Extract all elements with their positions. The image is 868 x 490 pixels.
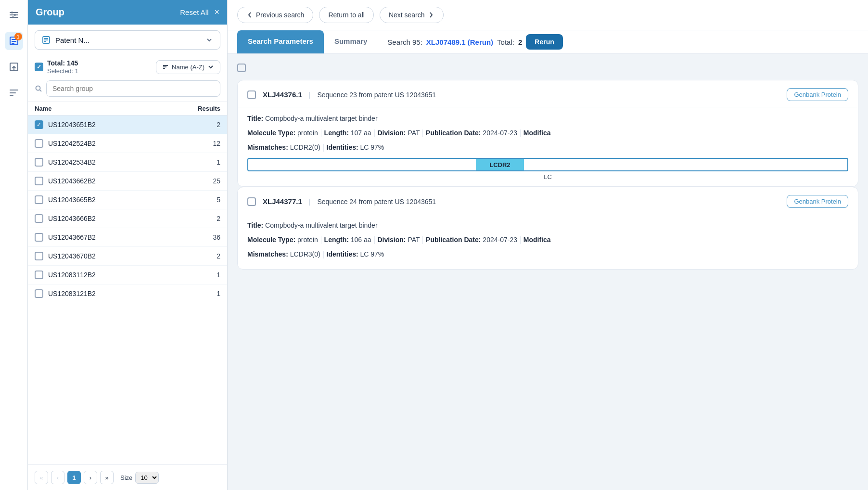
group-title: Group [36, 7, 64, 18]
rerun-button[interactable]: Rerun [526, 34, 562, 50]
search-group-input[interactable] [46, 80, 220, 97]
row-name: US12043662B2 [48, 177, 191, 185]
table-row[interactable]: US12043667B2 36 [28, 228, 227, 247]
row-checkbox[interactable] [35, 233, 43, 242]
reset-all-button[interactable]: Reset All [180, 8, 208, 16]
select-all-row [237, 62, 858, 74]
row-results: 1 [196, 271, 220, 279]
card-match-meta: Mismatches: LCDR3(0) Identities: LC 97% [247, 249, 848, 260]
card-title-meta: Title: Compbody-a multivalent target bin… [247, 220, 848, 232]
sort-icon-btn[interactable] [5, 84, 23, 102]
divider [323, 251, 324, 258]
results-area: XLJ44376.1 | Sequence 23 from patent US … [228, 54, 868, 490]
result-checkbox[interactable] [247, 197, 256, 206]
table-row[interactable]: US12043665B2 5 [28, 191, 227, 209]
group-header: Group Reset All × [28, 0, 227, 25]
row-results: 1 [196, 290, 220, 297]
search-group-wrap [28, 78, 227, 102]
divider [520, 236, 521, 244]
next-search-button[interactable]: Next search [380, 7, 444, 23]
table-row[interactable]: US12043662B2 25 [28, 172, 227, 191]
table-row[interactable]: US12042524B2 12 [28, 134, 227, 153]
row-name: US12043670B2 [48, 252, 191, 260]
next-page-button[interactable]: › [84, 471, 97, 484]
main-content: Previous search Return to all Next searc… [228, 0, 868, 490]
svg-point-22 [36, 86, 40, 90]
size-select[interactable]: 10 25 50 [135, 472, 159, 484]
upload-icon-btn[interactable] [5, 58, 23, 76]
last-page-button[interactable]: » [100, 471, 114, 484]
filter-icon-btn[interactable] [5, 6, 23, 24]
patent-dropdown[interactable]: Patent N... [35, 30, 220, 50]
prev-page-button[interactable]: ‹ [51, 471, 64, 484]
table-row[interactable]: US12043670B2 2 [28, 247, 227, 266]
close-panel-button[interactable]: × [214, 7, 219, 17]
row-checkbox[interactable] [35, 158, 43, 167]
col-results-header: Results [187, 105, 220, 112]
card-header: XLJ44376.1 | Sequence 23 from patent US … [238, 80, 858, 107]
row-checkbox[interactable] [35, 120, 43, 129]
card-separator: | [309, 198, 311, 206]
row-checkbox[interactable] [35, 271, 43, 279]
tab-search-parameters[interactable]: Search Parameters [237, 30, 324, 53]
group-table: Name Results US12043651B2 2 US12042524B2… [28, 102, 227, 464]
result-checkbox[interactable] [247, 90, 256, 99]
prev-search-button[interactable]: Previous search [237, 7, 313, 23]
chevron-left-icon [246, 12, 253, 18]
card-id: XLJ44377.1 [263, 197, 302, 206]
result-cards-container: XLJ44376.1 | Sequence 23 from patent US … [237, 80, 858, 270]
row-results: 12 [196, 140, 220, 147]
current-page-button[interactable]: 1 [67, 471, 81, 484]
tab-summary[interactable]: Summary [324, 30, 378, 53]
total-label: Total: [497, 38, 514, 46]
table-row[interactable]: US12083121B2 1 [28, 284, 227, 303]
row-checkbox[interactable] [35, 252, 43, 260]
divider [520, 129, 521, 137]
divider [374, 129, 375, 137]
select-all-checkbox[interactable] [35, 63, 43, 71]
card-body: Title: Compbody-a multivalent target bin… [238, 214, 858, 269]
search-info: Search 95: XLJ07489.1 (Rerun) Total: 2 R… [378, 34, 858, 50]
sort-button[interactable]: Name (A-Z) [156, 60, 220, 74]
row-results: 25 [196, 177, 220, 185]
table-row[interactable]: US12043651B2 2 [28, 116, 227, 134]
genbank-badge[interactable]: Genbank Protein [787, 195, 848, 208]
card-body: Title: Compbody-a multivalent target bin… [238, 107, 858, 186]
divider [323, 144, 324, 152]
chevron-right-icon [428, 12, 434, 18]
tabs-bar: Search Parameters Summary Search 95: XLJ… [228, 30, 868, 54]
card-match-meta: Mismatches: LCDR2(0) Identities: LC 97% [247, 142, 848, 154]
row-name: US12042524B2 [48, 140, 191, 147]
card-sequence: Sequence 24 from patent US 12043651 [317, 198, 780, 206]
top-nav: Previous search Return to all Next searc… [228, 0, 868, 30]
card-separator: | [309, 91, 311, 99]
table-row[interactable]: US12043666B2 2 [28, 209, 227, 228]
row-name: US12043667B2 [48, 233, 191, 241]
sidebar-icons: 1 [0, 0, 28, 490]
card-details-meta: Molecule Type: protein Length: 106 aa Di… [247, 234, 848, 246]
first-page-button[interactable]: « [35, 471, 48, 484]
row-checkbox[interactable] [35, 195, 43, 204]
region-label: LCDR2 [489, 161, 510, 168]
card-details-meta: Molecule Type: protein Length: 107 aa Di… [247, 128, 848, 139]
total-label: Total: 145 [47, 59, 78, 67]
region-visualization: LCDR2 LC [247, 158, 848, 181]
table-row[interactable]: US12083112B2 1 [28, 266, 227, 284]
row-checkbox[interactable] [35, 289, 43, 298]
divider [374, 236, 375, 244]
table-row[interactable]: US12042534B2 1 [28, 153, 227, 172]
row-checkbox[interactable] [35, 139, 43, 148]
pagination: « ‹ 1 › » Size 10 25 50 [28, 464, 227, 490]
return-to-all-button[interactable]: Return to all [319, 7, 373, 23]
row-results: 2 [196, 252, 220, 260]
genbank-badge[interactable]: Genbank Protein [787, 88, 848, 101]
search-history-icon-btn[interactable]: 1 [5, 32, 23, 50]
chevron-down-icon [205, 36, 213, 44]
select-all-results-checkbox[interactable] [237, 64, 246, 72]
search-id: XLJ07489.1 (Rerun) [426, 38, 493, 46]
row-checkbox[interactable] [35, 177, 43, 185]
row-name: US12042534B2 [48, 158, 191, 166]
row-checkbox[interactable] [35, 214, 43, 223]
row-name: US12043651B2 [48, 121, 191, 129]
region-fill: LCDR2 [476, 159, 524, 170]
